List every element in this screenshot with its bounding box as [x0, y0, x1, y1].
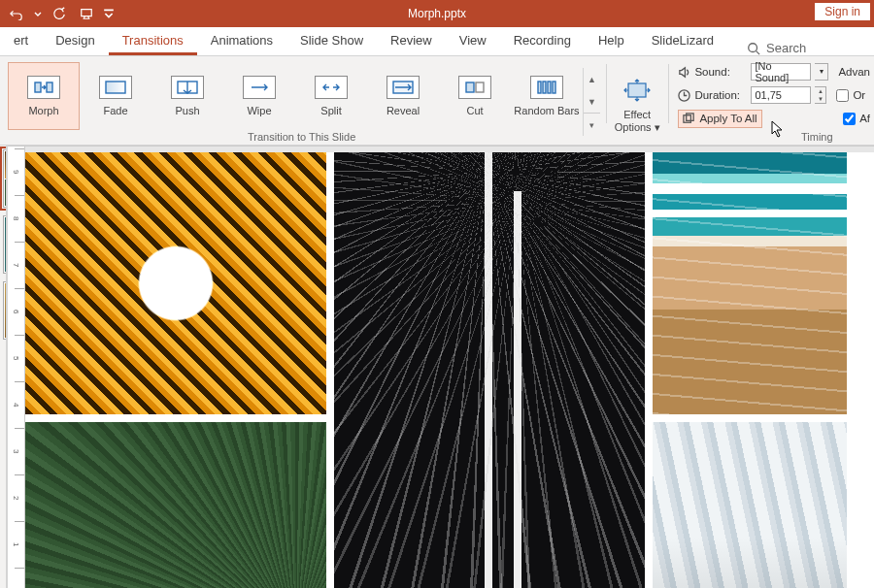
- transition-wipe[interactable]: Wipe: [223, 62, 295, 130]
- slide-thumbnails-panel: [0, 146, 7, 588]
- reveal-icon: [387, 76, 420, 99]
- title-bar: Morph.pptx Sign in: [0, 0, 874, 27]
- svg-rect-3: [47, 82, 52, 92]
- quick-access-toolbar: [0, 3, 115, 24]
- transition-fade[interactable]: Fade: [80, 62, 151, 130]
- svg-rect-15: [684, 114, 690, 121]
- random-bars-icon: [530, 76, 563, 99]
- undo-dropdown[interactable]: [33, 3, 43, 24]
- svg-point-1: [749, 43, 757, 51]
- sound-icon: [678, 66, 690, 79]
- split-icon: [315, 76, 348, 99]
- tab-slide-show[interactable]: Slide Show: [286, 27, 377, 55]
- transition-split[interactable]: Split: [295, 62, 367, 130]
- editing-area: 161514131211109876543210123456789101112 …: [0, 146, 874, 588]
- slide-image-beach[interactable]: [653, 152, 847, 414]
- gallery-expand-button[interactable]: ▾: [584, 113, 600, 136]
- sound-dropdown-arrow[interactable]: ▾: [815, 63, 828, 81]
- tab-slidelizard[interactable]: SlideLizard: [638, 27, 727, 55]
- after-checkbox[interactable]: [843, 113, 856, 125]
- sound-dropdown[interactable]: [No Sound]: [751, 63, 811, 81]
- svg-rect-13: [628, 83, 646, 97]
- transition-morph[interactable]: Morph: [8, 62, 80, 130]
- on-mouse-click-checkbox[interactable]: [836, 89, 849, 102]
- transition-label: Split: [320, 105, 341, 116]
- tab-transitions[interactable]: Transitions: [109, 27, 197, 55]
- svg-rect-10: [543, 82, 546, 93]
- group-label-timing: Timing: [801, 131, 833, 143]
- slide-image-bridge[interactable]: [334, 152, 645, 588]
- transition-label: Fade: [103, 105, 127, 116]
- document-title: Morph.pptx: [408, 7, 466, 20]
- transition-label: Cut: [466, 105, 483, 116]
- slide-image-facade[interactable]: [653, 422, 847, 588]
- svg-rect-8: [476, 82, 484, 92]
- transition-reveal[interactable]: Reveal: [367, 62, 439, 130]
- svg-rect-7: [466, 82, 474, 92]
- transition-label: Reveal: [387, 105, 420, 116]
- apply-all-icon: [683, 113, 695, 125]
- tab-recording[interactable]: Recording: [500, 27, 585, 55]
- transition-label: Push: [175, 105, 199, 116]
- timing-group: Sound: [No Sound] ▾ Advan Duration: 01,7…: [674, 56, 874, 145]
- wipe-icon: [243, 76, 276, 99]
- slide-image-building[interactable]: [25, 152, 326, 414]
- transition-cut[interactable]: Cut: [439, 62, 511, 130]
- effect-options-label: Effect Options ▾: [615, 109, 660, 132]
- tab-design[interactable]: Design: [42, 27, 108, 55]
- advance-label-partial: Advan: [838, 66, 870, 78]
- tab-insert-partial[interactable]: ert: [0, 27, 42, 55]
- after-label-partial: Af: [859, 113, 870, 124]
- sound-label: Sound:: [694, 66, 747, 78]
- transition-push[interactable]: Push: [151, 62, 223, 130]
- search-box[interactable]: Search: [747, 41, 806, 55]
- transition-label: Random Bars: [514, 105, 579, 116]
- push-icon: [171, 76, 204, 99]
- effect-options-button[interactable]: Effect Options ▾: [613, 56, 662, 145]
- ribbon-transitions: Morph Fade Push Wipe Split Reveal Cut R: [0, 56, 874, 146]
- svg-rect-16: [687, 113, 693, 119]
- duration-input[interactable]: 01,75: [751, 86, 811, 104]
- svg-rect-2: [35, 82, 41, 92]
- gallery-up-button[interactable]: ▲: [584, 68, 600, 90]
- transition-label: Morph: [28, 105, 58, 116]
- gallery-scroll: ▲ ▼ ▾: [583, 68, 600, 136]
- transition-label: Wipe: [247, 105, 271, 116]
- slide-content: [25, 152, 874, 588]
- transition-random-bars[interactable]: Random Bars: [511, 62, 583, 130]
- tab-view[interactable]: View: [446, 27, 500, 55]
- group-label-transition: Transition to This Slide: [248, 131, 355, 143]
- vertical-ruler: 9876543210: [8, 147, 25, 588]
- duration-label: Duration:: [694, 89, 747, 101]
- gallery-down-button[interactable]: ▼: [584, 90, 600, 113]
- apply-to-all-button[interactable]: Apply To All: [678, 110, 761, 128]
- on-click-label-partial: Or: [853, 89, 865, 101]
- redo-button[interactable]: [49, 3, 70, 24]
- slide-image-leaf[interactable]: [25, 422, 326, 588]
- duration-spinner[interactable]: ▲▼: [815, 86, 826, 104]
- svg-rect-4: [106, 82, 125, 93]
- slide-canvas-area: 161514131211109876543210123456789101112 …: [8, 146, 874, 588]
- sign-in-button[interactable]: Sign in: [815, 3, 870, 20]
- qat-customize-dropdown[interactable]: [103, 3, 115, 24]
- search-label: Search: [766, 41, 806, 55]
- svg-rect-0: [82, 10, 92, 16]
- cut-icon: [458, 76, 491, 99]
- undo-button[interactable]: [6, 3, 27, 24]
- fade-icon: [99, 76, 132, 99]
- tab-review[interactable]: Review: [377, 27, 446, 55]
- clock-icon: [678, 89, 690, 102]
- svg-rect-11: [548, 82, 551, 93]
- slide-canvas[interactable]: [25, 147, 874, 588]
- tab-animations[interactable]: Animations: [197, 27, 286, 55]
- tab-help[interactable]: Help: [585, 27, 638, 55]
- svg-rect-9: [538, 82, 541, 93]
- svg-rect-12: [553, 82, 555, 93]
- apply-to-all-label: Apply To All: [699, 113, 756, 124]
- morph-icon: [27, 76, 60, 99]
- search-icon: [747, 42, 760, 55]
- present-from-start-button[interactable]: [76, 3, 97, 24]
- ribbon-tabs: ert Design Transitions Animations Slide …: [0, 27, 874, 56]
- effect-options-icon: [622, 78, 652, 105]
